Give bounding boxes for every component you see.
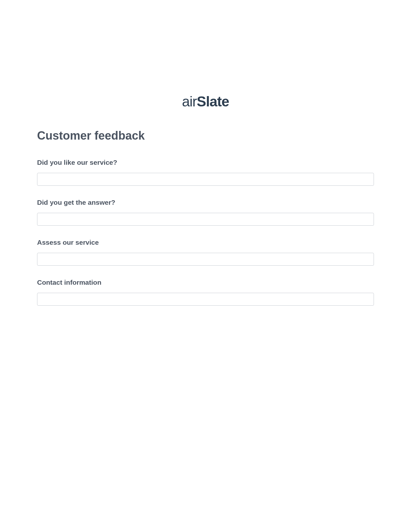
label-answer: Did you get the answer? (37, 199, 374, 206)
label-service-like: Did you like our service? (37, 159, 374, 166)
logo-part-slate: Slate (197, 94, 229, 109)
form-group-contact: Contact information (37, 279, 374, 306)
logo-text: airSlate (182, 94, 229, 109)
logo: airSlate (37, 94, 374, 110)
form-group-assess: Assess our service (37, 239, 374, 266)
input-assess[interactable] (37, 253, 374, 266)
form-group-answer: Did you get the answer? (37, 199, 374, 226)
input-contact[interactable] (37, 293, 374, 306)
label-contact: Contact information (37, 279, 374, 286)
input-service-like[interactable] (37, 173, 374, 186)
input-answer[interactable] (37, 213, 374, 226)
label-assess: Assess our service (37, 239, 374, 246)
logo-part-air: air (182, 94, 197, 109)
form-title: Customer feedback (37, 129, 374, 143)
form-group-service-like: Did you like our service? (37, 159, 374, 186)
form-container: airSlate Customer feedback Did you like … (0, 0, 411, 306)
